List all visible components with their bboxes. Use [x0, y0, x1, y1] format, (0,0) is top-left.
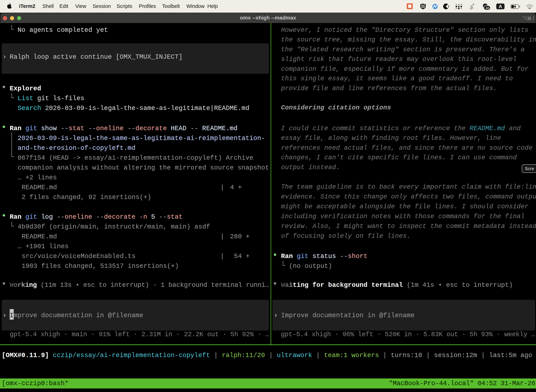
- svg-text:1: 1: [532, 16, 534, 20]
- svg-text:..61: ..61: [484, 6, 489, 10]
